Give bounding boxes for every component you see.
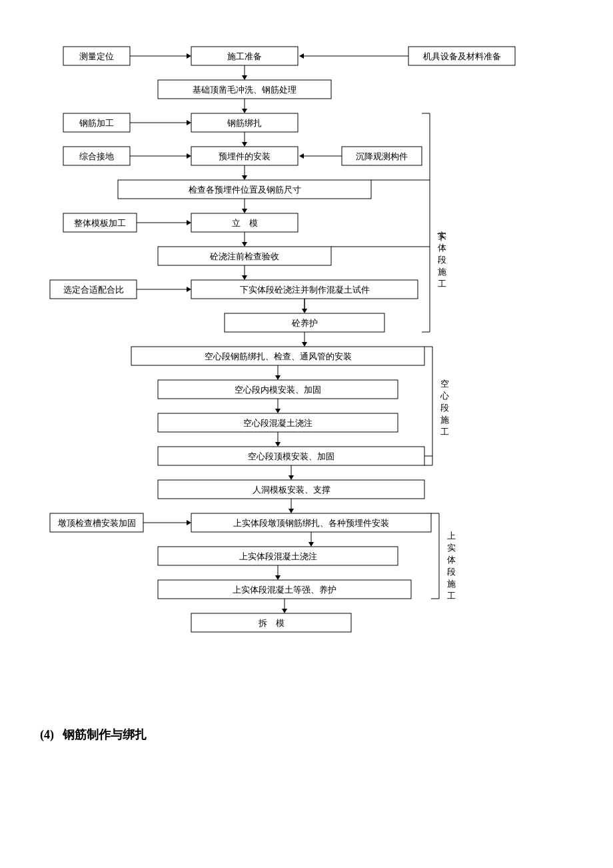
svg-marker-74 <box>187 520 191 525</box>
page: 测量定位 施工准备 机具设备及材料准备 基础顶凿毛冲洗、钢筋处理 钢筋加工 <box>0 0 613 868</box>
lower-solid-label5: 施 <box>438 267 446 277</box>
svg-marker-62 <box>275 409 281 413</box>
grounding-label: 综合接地 <box>79 151 114 161</box>
erect-form-label: 立 模 <box>232 218 258 228</box>
section-number: (4) <box>40 728 54 741</box>
upper-pour-label: 上实体段混凝土浇注 <box>239 551 317 561</box>
inspection-groove-label: 墩顶检查槽安装加固 <box>57 518 136 528</box>
upper-solid-label2: 实 <box>447 543 456 553</box>
mix-ratio-label: 选定合适配合比 <box>63 285 124 295</box>
formwork-process-label: 整体模板加工 <box>74 218 126 228</box>
svg-marker-45 <box>302 309 307 313</box>
lower-solid-label3: 体 <box>438 243 446 253</box>
rebar-bind-label: 钢筋绑扎 <box>227 118 262 128</box>
survey-label: 测量定位 <box>79 51 114 61</box>
hollow-label2: 心 <box>440 391 449 401</box>
svg-marker-14 <box>187 120 191 125</box>
svg-marker-83 <box>275 575 281 580</box>
rebar-process-label: 钢筋加工 <box>79 118 114 128</box>
hollow-label5: 工 <box>440 427 449 437</box>
svg-marker-5 <box>299 53 304 59</box>
svg-marker-71 <box>289 509 294 513</box>
upper-rebar-label: 上实体段墩顶钢筋绑扎、各种预埋件安装 <box>233 518 389 528</box>
bottom-title: 钢筋制作与绑扎 <box>63 728 147 741</box>
lower-solid-label6: 工 <box>438 279 446 289</box>
bottom-section: (4) 钢筋制作与绑扎 <box>40 727 573 743</box>
hollow-label4: 施 <box>440 415 449 425</box>
flowchart-svg: 测量定位 施工准备 机具设备及材料准备 基础顶凿毛冲洗、钢筋处理 钢筋加工 <box>43 27 570 693</box>
pour-lower-label: 下实体段砼浇注并制作混凝土试件 <box>240 285 370 295</box>
svg-marker-65 <box>275 442 281 447</box>
check-embed-label: 检查各预埋件位置及钢筋尺寸 <box>189 185 301 195</box>
lower-solid-label2: 实 <box>438 231 446 241</box>
concrete-check-label: 砼浇注前检查验收 <box>209 251 279 261</box>
lower-solid-label4: 段 <box>438 255 446 265</box>
svg-marker-38 <box>242 275 247 280</box>
upper-solid-label3: 体 <box>447 555 456 565</box>
svg-marker-32 <box>187 220 191 225</box>
hollow-inner-label: 空心段内模安装、加固 <box>235 385 321 395</box>
svg-marker-8 <box>242 75 247 80</box>
upper-solid-label4: 段 <box>447 567 456 577</box>
svg-marker-53 <box>302 342 307 347</box>
upper-solid-label: 上 <box>447 531 456 541</box>
svg-marker-68 <box>289 475 294 480</box>
svg-marker-59 <box>275 375 281 380</box>
cure-label: 砼养护 <box>291 318 318 328</box>
hollow-label: 空 <box>440 379 449 389</box>
svg-marker-35 <box>242 242 247 247</box>
upper-solid-label5: 施 <box>447 579 456 589</box>
hollow-top-label: 空心段顶模安装、加固 <box>248 451 334 461</box>
embed-install-label: 预埋件的安装 <box>219 151 271 161</box>
svg-marker-11 <box>242 109 247 113</box>
dismantle-label: 拆 模 <box>258 618 285 628</box>
svg-marker-20 <box>187 153 191 159</box>
settlement-label: 沉降观测构件 <box>356 151 408 161</box>
manhole-label: 人洞模板安装、支撑 <box>253 485 330 495</box>
svg-marker-26 <box>242 175 247 180</box>
svg-marker-41 <box>187 287 191 292</box>
upper-cure-label: 上实体段混凝土等强、养护 <box>233 585 336 595</box>
svg-marker-2 <box>187 53 191 59</box>
hollow-concrete-label: 空心段混凝土浇注 <box>243 418 312 428</box>
svg-marker-29 <box>242 209 247 213</box>
hollow-rebar-label: 空心段钢筋绑扎、检查、通风管的安装 <box>205 351 352 361</box>
construction-prep-label: 施工准备 <box>227 51 262 61</box>
machine-prep-label: 机具设备及材料准备 <box>423 51 501 61</box>
upper-solid-label6: 工 <box>447 591 456 601</box>
svg-marker-17 <box>242 142 247 147</box>
foundation-wash-label: 基础顶凿毛冲洗、钢筋处理 <box>193 85 297 95</box>
svg-marker-86 <box>282 609 287 613</box>
hollow-label3: 段 <box>440 403 449 413</box>
svg-marker-80 <box>308 542 314 547</box>
svg-marker-23 <box>299 153 304 159</box>
